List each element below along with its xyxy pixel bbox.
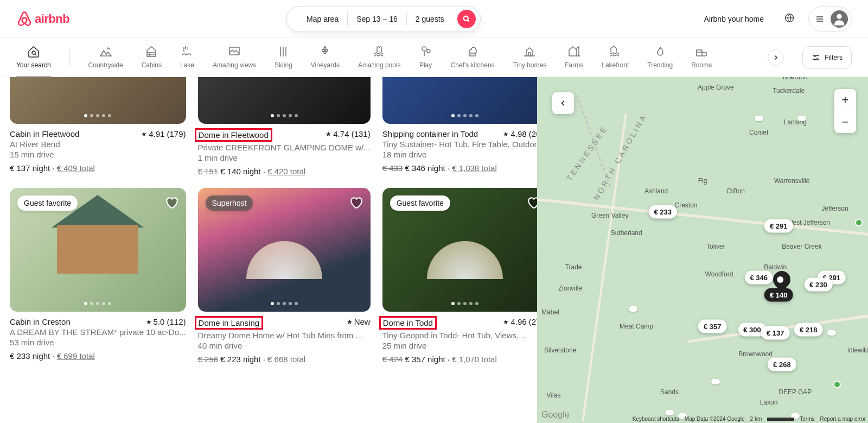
listing-title: Dome in Todd <box>379 316 437 330</box>
photo-dots[interactable] <box>451 114 478 117</box>
terms-link[interactable]: Terms <box>800 416 814 422</box>
map-tiny-marker[interactable] <box>797 116 806 121</box>
listing-price: € 433 € 346 night · € 1,038 total <box>382 163 537 173</box>
listing-title: Cabin in Fleetwood <box>10 129 79 138</box>
search-pill[interactable]: Map area Sep 13 – 16 2 guests <box>286 6 481 32</box>
zoom-in-button[interactable]: + <box>834 89 856 111</box>
map-place-label: Tuckerdale <box>773 87 805 94</box>
category-rooms[interactable]: Rooms <box>691 45 712 78</box>
photo-dots[interactable] <box>451 302 478 305</box>
pool-icon <box>373 45 386 58</box>
filters-button[interactable]: Filters <box>802 46 852 69</box>
map-price-marker[interactable]: € 137 <box>761 326 790 340</box>
map-price-marker[interactable]: € 346 <box>744 271 773 285</box>
listing-drive-time: 1 min drive <box>198 153 371 162</box>
search-button[interactable] <box>457 10 476 28</box>
map-price-marker[interactable]: € 230 <box>804 278 833 292</box>
listing-price: € 151 € 140 night · € 420 total <box>198 167 371 176</box>
category-play[interactable]: Play <box>419 45 432 78</box>
map-place-label: Zionville <box>558 285 582 292</box>
listing-price: € 256 € 223 night · € 668 total <box>198 355 371 364</box>
map-panel[interactable]: Apple GroveBrandonTuckerdaleLansingComet… <box>537 77 868 423</box>
listing-photo[interactable] <box>198 77 371 124</box>
map-tiny-marker[interactable] <box>755 116 763 121</box>
wishlist-heart[interactable] <box>164 195 178 210</box>
search-icon <box>463 15 470 23</box>
map-tiny-marker[interactable] <box>711 379 720 384</box>
category-tiny-homes[interactable]: Tiny homes <box>513 45 547 78</box>
listing-card[interactable]: Shipping container in Todd★ 4.98 (203)Ti… <box>382 77 537 176</box>
category-vineyards[interactable]: Vineyards <box>311 45 340 78</box>
listing-description: At River Bend <box>10 140 186 149</box>
host-link[interactable]: Airbnb your home <box>697 8 770 30</box>
language-button[interactable] <box>778 7 801 31</box>
photo-dots[interactable] <box>84 302 111 305</box>
listing-rating: ★ 5.0 (112) <box>146 317 186 326</box>
chevron-left-icon <box>559 99 567 107</box>
listing-photo[interactable]: Guest favorite <box>382 188 537 312</box>
lakefront-icon <box>609 45 622 58</box>
category-scroll-right[interactable] <box>768 49 784 66</box>
house-search-icon <box>27 45 40 58</box>
listing-card[interactable]: SuperhostDome in Lansing★ NewDreamy Dome… <box>198 188 371 364</box>
listing-photo[interactable]: Guest favorite <box>10 188 186 312</box>
photo-dots[interactable] <box>84 114 111 117</box>
map-place-label: Silverstone <box>544 346 576 354</box>
map-price-marker[interactable]: € 140 <box>764 288 793 302</box>
map-tiny-marker[interactable] <box>827 330 836 336</box>
listing-photo[interactable] <box>10 77 186 124</box>
listing-photo[interactable]: Superhost <box>198 188 371 312</box>
search-area[interactable]: Map area <box>298 15 347 23</box>
map-price-marker[interactable]: € 233 <box>649 205 678 219</box>
map-tiny-marker[interactable] <box>665 410 674 415</box>
category-cabins[interactable]: Cabins <box>142 45 162 78</box>
map-poi-marker[interactable] <box>833 381 841 388</box>
map-place-label: Mabel <box>541 308 559 316</box>
category-lakefront[interactable]: Lakefront <box>602 45 629 78</box>
map-poi-marker[interactable] <box>855 219 863 226</box>
category-amazing-views[interactable]: Amazing views <box>213 45 256 78</box>
listing-card[interactable]: Dome in Fleetwood★ 4.74 (131)Private CRE… <box>198 77 371 176</box>
report-map-error-link[interactable]: Report a map error <box>820 416 866 422</box>
cabin-icon <box>145 45 158 58</box>
listing-rating: ★ 4.74 (131) <box>326 129 370 138</box>
map-price-marker[interactable]: € 268 <box>768 357 796 371</box>
listing-card[interactable]: Guest favoriteDome in Todd★ 4.96 (276)Ti… <box>382 188 537 364</box>
map-collapse-button[interactable] <box>552 92 574 114</box>
category-lake[interactable]: Lake <box>180 45 194 78</box>
category-trending[interactable]: Trending <box>647 45 673 78</box>
zoom-out-button[interactable]: − <box>834 111 856 133</box>
listings-panel[interactable]: Cabin in Fleetwood★ 4.91 (179)At River B… <box>0 77 537 423</box>
category-skiing[interactable]: Skiing <box>275 45 292 78</box>
play-icon <box>419 45 432 58</box>
map-price-marker[interactable]: € 218 <box>794 323 823 337</box>
logo[interactable]: airbnb <box>16 10 69 28</box>
photo-dots[interactable] <box>271 302 298 305</box>
category-chefs-kitchens[interactable]: Chef's kitchens <box>451 45 495 78</box>
map-credits: Keyboard shortcuts Map Data ©2024 Google… <box>633 416 866 422</box>
listing-card[interactable]: Guest favoriteCabin in Creston★ 5.0 (112… <box>10 188 186 364</box>
category-amazing-pools[interactable]: Amazing pools <box>358 45 401 78</box>
chef-icon <box>466 45 479 58</box>
map-state-label: TENNESSEE <box>564 124 609 182</box>
category-countryside[interactable]: Countryside <box>88 45 123 78</box>
wishlist-heart[interactable] <box>526 195 537 210</box>
photo-dots[interactable] <box>271 114 298 117</box>
category-your-search[interactable]: Your search <box>16 45 51 78</box>
wishlist-heart[interactable] <box>349 195 363 210</box>
map-place-label: Baldwin <box>764 263 787 271</box>
map-scale: 2 km <box>750 416 762 422</box>
map-price-marker[interactable]: € 357 <box>698 319 727 333</box>
category-farms[interactable]: Farms <box>565 45 583 78</box>
map-place-label: Idlewild <box>847 346 868 354</box>
user-menu[interactable] <box>808 7 852 31</box>
search-guests[interactable]: 2 guests <box>407 15 453 23</box>
keyboard-shortcuts-link[interactable]: Keyboard shortcuts <box>633 416 679 422</box>
listing-photo[interactable] <box>382 77 537 124</box>
map-price-marker[interactable]: € 291 <box>764 219 793 232</box>
search-dates[interactable]: Sep 13 – 16 <box>348 15 406 23</box>
map-tiny-marker[interactable] <box>629 306 637 312</box>
listing-card[interactable]: Cabin in Fleetwood★ 4.91 (179)At River B… <box>10 77 186 176</box>
listing-description: Tiny Sustainer- Hot Tub, Fire Table, Out… <box>382 140 537 149</box>
vineyard-icon <box>318 45 331 58</box>
